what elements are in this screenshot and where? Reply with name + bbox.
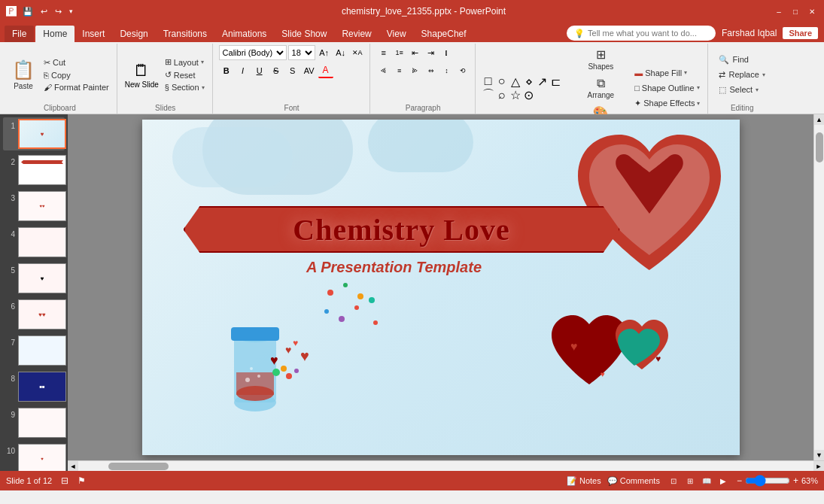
- tell-me-box[interactable]: 💡: [567, 26, 716, 41]
- bold-button[interactable]: B: [219, 63, 234, 78]
- shape-outline-button[interactable]: □ Shape Outline ▾: [631, 82, 703, 94]
- reading-view-btn[interactable]: 📖: [699, 473, 714, 488]
- shape-option-6[interactable]: ⊏: [549, 74, 563, 88]
- tab-slideshow[interactable]: Slide Show: [274, 26, 334, 42]
- shapes-button[interactable]: ⊞ Shapes: [576, 45, 626, 73]
- increase-font-btn[interactable]: A↑: [317, 45, 332, 60]
- scroll-v-track[interactable]: [814, 125, 825, 450]
- shape-option-9[interactable]: ☆: [509, 88, 522, 102]
- tab-view[interactable]: View: [379, 26, 414, 42]
- scroll-up-btn[interactable]: ▲: [814, 114, 825, 125]
- normal-view-btn[interactable]: ⊡: [666, 473, 681, 488]
- slide-thumb-3[interactable]: 3 ♥♥: [3, 190, 65, 223]
- underline-button[interactable]: U: [252, 63, 267, 78]
- copy-button[interactable]: ⎘ Copy: [41, 70, 112, 80]
- slide-thumb-10[interactable]: 10 ♥: [3, 442, 65, 471]
- replace-button[interactable]: ⇄ Replace ▾: [714, 68, 769, 81]
- layout-button[interactable]: ⊞ Layout ▾: [162, 56, 208, 68]
- minimize-btn[interactable]: –: [773, 5, 785, 17]
- columns-button[interactable]: ⫿: [439, 45, 455, 60]
- zoom-out-btn[interactable]: −: [737, 475, 742, 486]
- decrease-indent-btn[interactable]: ⇤: [408, 45, 423, 60]
- section-button[interactable]: § Section ▾: [162, 82, 208, 93]
- comments-button[interactable]: 💬 Comments: [607, 476, 660, 486]
- cut-label: Cut: [53, 58, 65, 67]
- find-button[interactable]: 🔍 Find: [714, 53, 769, 66]
- italic-button[interactable]: I: [236, 63, 251, 78]
- tab-insert[interactable]: Insert: [74, 26, 112, 42]
- scroll-h-thumb[interactable]: [108, 463, 169, 470]
- redo-quickaccess[interactable]: ↪: [53, 7, 63, 17]
- slide-thumb-9[interactable]: 9: [3, 406, 65, 439]
- shape-option-4[interactable]: ⋄: [522, 74, 536, 88]
- vertical-scrollbar[interactable]: ▲ ▼: [813, 114, 824, 460]
- shape-option-8[interactable]: ⌕: [495, 88, 509, 102]
- font-color-btn[interactable]: A: [318, 63, 333, 78]
- canvas-area[interactable]: Chemistry Love A Presentation Template: [68, 114, 813, 460]
- arrange-button[interactable]: ⧉ Arrange: [576, 74, 626, 102]
- tab-transitions[interactable]: Transitions: [156, 26, 214, 42]
- tab-home[interactable]: Home: [35, 26, 74, 42]
- clear-format-btn[interactable]: ✕A: [350, 45, 365, 60]
- scroll-left-btn[interactable]: ◄: [68, 461, 78, 472]
- tab-design[interactable]: Design: [112, 26, 155, 42]
- save-quickaccess[interactable]: 💾: [21, 7, 35, 17]
- font-size-select[interactable]: 18: [288, 45, 315, 60]
- close-btn[interactable]: ✕: [806, 5, 818, 17]
- scroll-down-btn[interactable]: ▼: [814, 450, 825, 460]
- scroll-v-thumb[interactable]: [816, 132, 823, 162]
- maximize-btn[interactable]: □: [789, 5, 801, 17]
- numbering-button[interactable]: 1≡: [392, 45, 407, 60]
- slide-thumb-7[interactable]: 7: [3, 334, 65, 367]
- slide-thumb-8[interactable]: 8 ■■: [3, 370, 65, 403]
- tab-animations[interactable]: Animations: [214, 26, 274, 42]
- justify-btn[interactable]: ⇔: [424, 63, 439, 78]
- font-family-select[interactable]: Calibri (Body): [219, 45, 287, 60]
- reset-button[interactable]: ↺ Reset: [162, 69, 208, 80]
- shape-option-1[interactable]: □: [482, 74, 495, 88]
- zoom-slider[interactable]: [745, 475, 790, 487]
- scroll-h-track[interactable]: [78, 461, 813, 471]
- new-slide-button[interactable]: 🗒 New Slide: [123, 59, 160, 90]
- slide-thumb-2[interactable]: 2: [3, 153, 65, 187]
- cut-button[interactable]: ✂ Cut: [41, 57, 112, 68]
- text-shadow-button[interactable]: S: [285, 63, 300, 78]
- format-painter-button[interactable]: 🖌 Format Painter: [41, 82, 112, 93]
- bullets-button[interactable]: ≡: [376, 45, 391, 60]
- shape-option-3[interactable]: △: [509, 74, 522, 88]
- scroll-right-btn[interactable]: ►: [813, 461, 824, 472]
- line-spacing-btn[interactable]: ↕: [439, 63, 455, 78]
- decrease-font-btn[interactable]: A↓: [333, 45, 348, 60]
- zoom-in-btn[interactable]: +: [793, 475, 798, 486]
- shape-option-7[interactable]: ⌒: [482, 88, 495, 102]
- customize-quickaccess[interactable]: ▾: [68, 8, 74, 15]
- share-button[interactable]: Share: [783, 27, 818, 39]
- strikethrough-button[interactable]: S: [269, 63, 284, 78]
- tab-shapechef[interactable]: ShapeChef: [414, 26, 474, 42]
- horizontal-scrollbar[interactable]: ◄ ►: [68, 460, 824, 471]
- tell-me-input[interactable]: [588, 29, 708, 38]
- align-left-btn[interactable]: ⫷: [376, 63, 391, 78]
- slide-thumb-5[interactable]: 5 ♥: [3, 262, 65, 295]
- increase-indent-btn[interactable]: ⇥: [424, 45, 439, 60]
- notes-button[interactable]: 📝 Notes: [567, 476, 601, 486]
- shape-effects-button[interactable]: ✦ Shape Effects ▾: [631, 97, 703, 110]
- tab-file[interactable]: File: [5, 26, 34, 42]
- slide-thumb-6[interactable]: 6 ♥♥: [3, 298, 65, 331]
- align-right-btn[interactable]: ⫸: [408, 63, 423, 78]
- align-center-btn[interactable]: ≡: [392, 63, 407, 78]
- tab-review[interactable]: Review: [334, 26, 379, 42]
- text-direction-btn[interactable]: ⟲: [455, 63, 470, 78]
- select-button[interactable]: ⬚ Select ▾: [714, 83, 769, 96]
- paste-button[interactable]: 📋 Paste: [8, 56, 39, 93]
- slide-thumb-4[interactable]: 4: [3, 226, 65, 259]
- char-spacing-button[interactable]: AV: [302, 63, 317, 78]
- shape-option-2[interactable]: ○: [495, 74, 509, 88]
- slideshow-view-btn[interactable]: ▶: [716, 473, 731, 488]
- undo-quickaccess[interactable]: ↩: [39, 7, 49, 17]
- shape-option-5[interactable]: ↗: [536, 74, 549, 88]
- shape-fill-button[interactable]: ▬ Shape Fill ▾: [631, 67, 703, 79]
- slide-thumb-1[interactable]: 1 ♥: [3, 117, 65, 150]
- shape-option-10[interactable]: ⊙: [522, 88, 536, 102]
- slide-sorter-btn[interactable]: ⊞: [683, 473, 698, 488]
